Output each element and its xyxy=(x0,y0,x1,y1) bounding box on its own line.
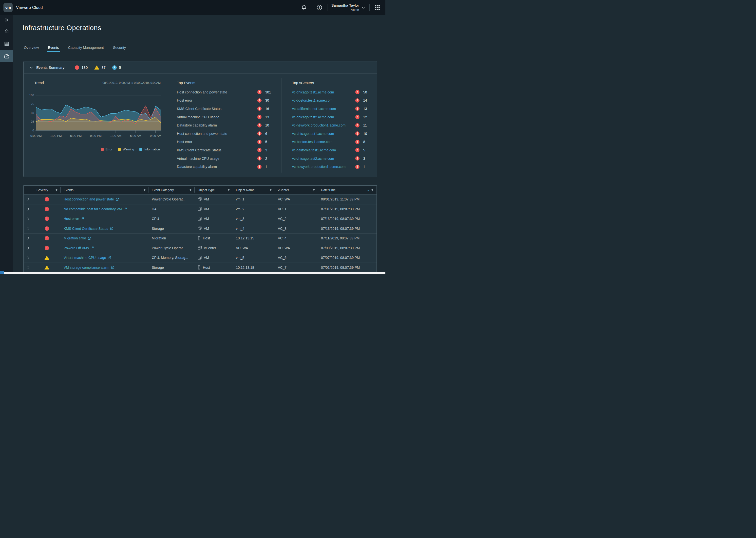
vmware-logo[interactable]: vm xyxy=(3,3,13,12)
tab-overview[interactable]: Overview xyxy=(24,46,39,50)
filter-icon[interactable] xyxy=(227,188,230,191)
sidebar-item-home[interactable] xyxy=(0,25,13,37)
help-button[interactable]: ? xyxy=(316,4,323,11)
vcenter-link[interactable]: vc-california.test1.acme.com xyxy=(292,107,355,111)
row-expander[interactable] xyxy=(24,204,33,214)
event-datetime: 07/13/2019, 08:07:39 PM xyxy=(318,214,377,224)
event-link[interactable]: Host connection and power state xyxy=(64,197,119,201)
collapse-chevron-icon[interactable] xyxy=(29,66,33,70)
filter-icon[interactable] xyxy=(189,188,192,191)
object-type: VM xyxy=(195,204,233,214)
notifications-button[interactable] xyxy=(300,4,308,11)
row-expander[interactable] xyxy=(24,234,33,243)
event-category: Power Cycle Operat... xyxy=(149,243,195,253)
table-row[interactable]: Host connection and power state Power Cy… xyxy=(24,194,377,204)
table-row[interactable]: KMS Client Certificate Status Storage VM… xyxy=(24,224,377,234)
filter-icon[interactable] xyxy=(55,188,58,191)
item-count: 13 xyxy=(363,107,372,111)
tab-capacity-management[interactable]: Capacity Management xyxy=(68,46,104,50)
object-type: vCenter xyxy=(195,243,233,253)
column-header-object-name[interactable]: Object Name xyxy=(233,186,275,194)
table-row[interactable]: Host error CPU VM vm_3 VC_2 07/13/2019, … xyxy=(24,214,377,224)
chevron-down-icon xyxy=(362,6,366,10)
bell-icon xyxy=(301,4,307,11)
event-link[interactable]: Migration error xyxy=(64,236,91,240)
column-header-events[interactable]: Events xyxy=(61,186,149,194)
vcenter-link[interactable]: vc-boston.test1.acme.com xyxy=(292,140,355,144)
event-name: No compatible host for Secondary VM xyxy=(64,207,122,211)
vcenter-link[interactable]: vc-california.test1.acme.com xyxy=(292,148,355,152)
table-header-row: Severity Events Event Category Object Ty… xyxy=(24,186,377,194)
event-name: VM storage compliance alarm xyxy=(64,266,109,269)
column-header-object-type[interactable]: Object Type xyxy=(195,186,233,194)
item-count: 301 xyxy=(265,90,274,94)
filter-icon[interactable] xyxy=(269,188,272,191)
event-link[interactable]: Virtual machine CPU usage xyxy=(64,256,111,260)
sidebar-item-inventory[interactable] xyxy=(0,37,13,50)
user-menu[interactable]: Samantha Taylor Acme xyxy=(331,3,366,12)
filter-icon[interactable] xyxy=(371,188,374,191)
item-count: 12 xyxy=(363,115,372,119)
item-label: Host connection and power state xyxy=(177,90,257,94)
events-summary-header[interactable]: Events Summary 130 37 5 xyxy=(24,61,377,74)
vcenter-link[interactable]: vc-chicago.test2.acme.com xyxy=(292,115,355,119)
event-link[interactable]: KMS Client Certificate Status xyxy=(64,227,113,231)
sort-descending-icon[interactable] xyxy=(367,188,369,192)
vcenter-link[interactable]: vc-chicago.test1.acme.com xyxy=(292,132,355,135)
event-link[interactable]: No compatible host for Secondary VM xyxy=(64,207,127,211)
event-link[interactable]: Powerd Off VMs xyxy=(64,246,94,250)
app-switcher-button[interactable] xyxy=(374,4,381,11)
list-item: Host connection and power state 301 xyxy=(177,88,274,96)
item-count: 10 xyxy=(265,123,274,127)
object-name: vm_4 xyxy=(233,224,275,234)
sidebar-item-operations[interactable] xyxy=(0,50,13,62)
item-count: 1 xyxy=(265,165,274,169)
object-type: VM xyxy=(195,194,233,204)
vcenter-link[interactable]: vc-chicago.test2.acme.com xyxy=(292,157,355,161)
event-category: Storage xyxy=(149,263,195,272)
table-row[interactable]: Powerd Off VMs Power Cycle Operat... vCe… xyxy=(24,243,377,253)
table-row[interactable]: VM storage compliance alarm Storage Host… xyxy=(24,263,377,272)
list-item: vc-boston.test1.acme.com 14 xyxy=(292,96,372,105)
event-datetime: 07/09/2019, 08:07:39 PM xyxy=(318,243,377,253)
filter-icon[interactable] xyxy=(143,188,146,191)
column-header-datetime[interactable]: Date/Time xyxy=(318,186,377,194)
column-label: Date/Time xyxy=(321,188,335,192)
object-type-label: vCenter xyxy=(204,246,216,250)
item-count: 14 xyxy=(363,98,372,102)
column-header-vcenter[interactable]: vCenter xyxy=(275,186,318,194)
row-expander[interactable] xyxy=(24,243,33,253)
vcenter-name: VC_2 xyxy=(275,214,318,224)
column-header-severity[interactable]: Severity xyxy=(33,186,61,194)
external-link-icon xyxy=(116,198,119,201)
error-icon xyxy=(257,165,262,169)
event-link[interactable]: Host error xyxy=(64,217,84,221)
row-expander[interactable] xyxy=(24,194,33,204)
sidebar-expand-button[interactable] xyxy=(0,15,13,25)
error-icon xyxy=(355,140,360,144)
table-row[interactable]: Virtual machine CPU usage CPU, Memory, S… xyxy=(24,253,377,263)
external-link-icon xyxy=(110,227,113,230)
row-expander[interactable] xyxy=(24,263,33,272)
row-expander[interactable] xyxy=(24,224,33,234)
list-item: Virtual machine CPU usage 2 xyxy=(177,154,274,163)
table-row[interactable]: No compatible host for Secondary VM HA V… xyxy=(24,204,377,214)
list-item: KMS Client Certificate Status 16 xyxy=(177,105,274,113)
vcenter-link[interactable]: vc-boston.test1.acme.com xyxy=(292,98,355,102)
table-row[interactable]: Migration error Migration Host 10.12.13.… xyxy=(24,233,377,243)
row-expander[interactable] xyxy=(24,253,33,263)
filter-icon[interactable] xyxy=(312,188,315,191)
vcenter-link[interactable]: vc-newyork.production1.acme.com xyxy=(292,123,355,127)
row-expander[interactable] xyxy=(24,214,33,224)
vcenter-link[interactable]: vc-chicago.test1.acme.com xyxy=(292,90,355,94)
page-title: Infrastructure Operations xyxy=(23,24,101,32)
vcenter-name: VC_6 xyxy=(275,253,318,263)
tab-events[interactable]: Events xyxy=(47,46,59,50)
chevron-right-icon xyxy=(27,197,30,201)
column-header-event-category[interactable]: Event Category xyxy=(149,186,195,194)
svg-text:1:00 PM: 1:00 PM xyxy=(50,134,62,137)
chevron-right-icon xyxy=(27,256,30,259)
event-link[interactable]: VM storage compliance alarm xyxy=(64,266,114,269)
vcenter-link[interactable]: vc-newyork.production1.acme.com xyxy=(292,165,355,169)
tab-security[interactable]: Security xyxy=(112,46,126,50)
